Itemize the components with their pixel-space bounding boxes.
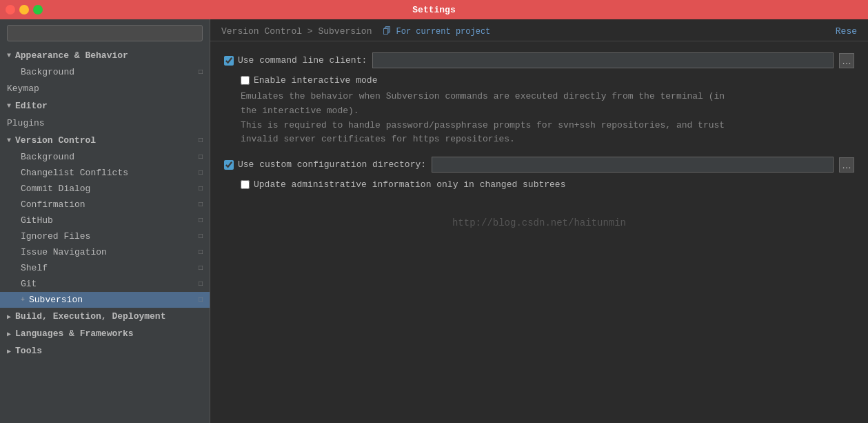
update-admin-label: Update administrative information only i… (254, 179, 565, 190)
command-line-label: Use command line client: (224, 55, 367, 66)
sidebar-group-label-lang: Languages & Frameworks (15, 328, 134, 339)
content-body: Use command line client: D:\Program File… (210, 41, 868, 423)
interactive-mode-row: Enable interactive mode (241, 75, 854, 86)
sidebar-item-background-appearance[interactable]: Background □ (0, 64, 210, 80)
breadcrumb-parent: Version Control (221, 26, 302, 37)
sidebar-item-confirmation[interactable]: Confirmation □ (0, 197, 210, 213)
breadcrumb-separator: > (307, 26, 319, 37)
sidebar-group-label-tools: Tools (15, 346, 42, 356)
sidebar-item-ignored-files[interactable]: Ignored Files □ (0, 228, 210, 244)
sidebar-item-appearance-behavior[interactable]: ▼ Appearance & Behavior (0, 47, 210, 64)
expand-icon: ▼ (7, 52, 11, 59)
page-icon-conf: □ (199, 201, 203, 208)
page-icon: □ (199, 68, 203, 76)
command-line-row: Use command line client: D:\Program File… (224, 52, 854, 68)
page-icon-shelf: □ (199, 264, 203, 272)
sidebar-item-commit-dialog[interactable]: Commit Dialog □ (0, 181, 210, 197)
close-button[interactable] (6, 5, 15, 14)
label: Confirmation (21, 199, 85, 210)
sidebar-item-version-control[interactable]: ▼ Version Control □ (0, 132, 210, 149)
sidebar-item-label: Keymap (7, 83, 39, 94)
interactive-mode-label: Enable interactive mode (254, 75, 377, 86)
expand-icon-vc: ▼ (7, 137, 11, 144)
sidebar-group-label: Appearance & Behavior (15, 50, 128, 61)
sidebar-item-subversion[interactable]: + Subversion □ (0, 292, 210, 308)
sidebar-item-label-plugins: Plugins (7, 118, 45, 128)
command-line-browse-btn[interactable]: … (839, 53, 854, 68)
label: Git (21, 279, 37, 289)
breadcrumb: Version Control > Subversion 🗍 For curre… (221, 26, 490, 37)
desc-line-2: the interactive mode). (241, 104, 854, 119)
page-icon-bg: □ (199, 153, 203, 161)
sidebar-item-changelist-conflicts[interactable]: Changelist Conflicts □ (0, 165, 210, 181)
sidebar-item-background-vc[interactable]: Background □ (0, 149, 210, 165)
maximize-button[interactable] (33, 5, 43, 14)
custom-config-label: Use custom configuration directory: (224, 159, 426, 170)
label: Background (21, 152, 74, 162)
command-line-input[interactable]: D:\Program Files\Apache-Subversion-1.9.7… (372, 52, 834, 68)
sidebar-item-languages-frameworks[interactable]: ▶ Languages & Frameworks (0, 325, 210, 342)
content-area: Version Control > Subversion 🗍 For curre… (210, 19, 868, 423)
expand-icon-tools: ▶ (7, 347, 11, 355)
expand-icon-editor: ▼ (7, 102, 11, 110)
page-icon-gh: □ (199, 217, 203, 224)
update-admin-row: Update administrative information only i… (241, 179, 854, 190)
expand-icon-build: ▶ (7, 313, 11, 321)
label: Commit Dialog (21, 184, 90, 194)
sidebar-item-shelf[interactable]: Shelf □ (0, 260, 210, 276)
expand-icon-lang: ▶ (7, 330, 11, 338)
page-icon-git: □ (199, 280, 203, 288)
sidebar-item-git[interactable]: Git □ (0, 276, 210, 292)
sidebar-item-issue-navigation[interactable]: Issue Navigation □ (0, 244, 210, 260)
page-icon-in: □ (199, 248, 203, 256)
sidebar: ▼ Appearance & Behavior Background □ Key… (0, 19, 210, 423)
window-controls (6, 5, 43, 14)
search-container (0, 19, 210, 47)
desc-line-1: Emulates the behavior when Subversion co… (241, 90, 854, 104)
breadcrumb-current: Subversion (318, 26, 372, 37)
page-icon-if: □ (199, 233, 203, 240)
sidebar-item-editor[interactable]: ▼ Editor (0, 97, 210, 115)
desc-line-4: invalid server certificates for https re… (241, 132, 854, 147)
sidebar-item-github[interactable]: GitHub □ (0, 213, 210, 228)
title-bar: Settings (0, 0, 868, 19)
main-container: ▼ Appearance & Behavior Background □ Key… (0, 19, 868, 423)
page-icon-cd: □ (199, 185, 203, 193)
label: Changelist Conflicts (21, 168, 128, 178)
label: Issue Navigation (21, 247, 107, 257)
content-header: Version Control > Subversion 🗍 For curre… (210, 19, 868, 41)
label: Shelf (21, 263, 48, 273)
minimize-button[interactable] (19, 5, 29, 14)
desc-line-3: This is required to handle password/pass… (241, 119, 854, 133)
sidebar-item-build-execution[interactable]: ▶ Build, Execution, Deployment (0, 308, 210, 325)
expand-icon-svn: + (21, 296, 25, 304)
reset-button[interactable]: Rese (836, 26, 857, 37)
custom-config-checkbox[interactable] (224, 160, 234, 170)
window-title: Settings (412, 5, 455, 15)
sidebar-group-label-vc: Version Control (15, 135, 96, 146)
search-input[interactable] (7, 25, 203, 41)
custom-config-row: Use custom configuration directory: C:\U… (224, 157, 854, 173)
interactive-mode-checkbox[interactable] (241, 76, 250, 85)
sidebar-child-label: Background (21, 67, 74, 77)
sidebar-group-label-build: Build, Execution, Deployment (15, 311, 165, 322)
sidebar-item-keymap[interactable]: Keymap (0, 80, 210, 97)
page-icon-cc: □ (199, 169, 203, 177)
description-block: Emulates the behavior when Subversion co… (241, 90, 854, 147)
label: Subversion (29, 295, 83, 305)
watermark: http://blog.csdn.net/haitunmin (224, 217, 854, 228)
custom-config-input[interactable]: C:\Users\ermin\AppData\Roaming\Subversio… (432, 157, 834, 173)
label: Ignored Files (21, 231, 90, 242)
vc-icon: □ (199, 137, 203, 144)
page-icon-svn: □ (199, 296, 203, 304)
sidebar-group-label-editor: Editor (15, 101, 48, 111)
sidebar-item-plugins[interactable]: Plugins (0, 115, 210, 132)
custom-config-browse-btn[interactable]: … (839, 157, 854, 173)
command-line-checkbox[interactable] (224, 56, 234, 66)
label: GitHub (21, 215, 53, 226)
project-scope: 🗍 For current project (383, 27, 490, 37)
sidebar-item-tools[interactable]: ▶ Tools (0, 342, 210, 360)
update-admin-checkbox[interactable] (241, 180, 250, 189)
